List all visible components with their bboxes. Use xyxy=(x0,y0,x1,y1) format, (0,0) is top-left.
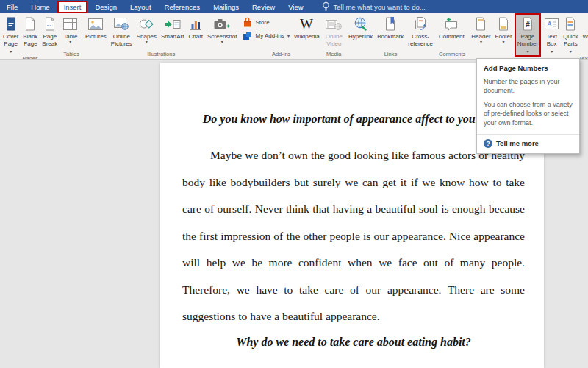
bookmark-button[interactable]: Bookmark xyxy=(375,13,406,51)
lightbulb-icon xyxy=(322,1,330,12)
pictures-button[interactable]: Pictures xyxy=(83,13,109,51)
shapes-button[interactable]: Shapes▾ xyxy=(135,13,159,51)
ribbon-group-links: Hyperlink Bookmark Cross-reference Links xyxy=(345,13,436,59)
store-icon xyxy=(243,17,252,27)
tab-layout[interactable]: Layout xyxy=(123,1,158,13)
ribbon-tab-bar: File Home Insert Design Layout Reference… xyxy=(0,0,588,13)
footer-button[interactable]: Footer▾ xyxy=(493,13,514,57)
dropdown-arrow-icon: ▾ xyxy=(570,49,572,54)
pictures-icon xyxy=(88,15,103,32)
comment-icon xyxy=(444,15,459,32)
tell-me-more-link[interactable]: ? Tell me more xyxy=(477,135,579,153)
dropdown-arrow-icon: ▾ xyxy=(471,40,490,43)
tab-view[interactable]: View xyxy=(282,1,309,13)
hyperlink-icon xyxy=(354,15,368,32)
svg-text:A: A xyxy=(547,20,553,28)
tooltip-body-1: Number the pages in your document. xyxy=(484,77,573,95)
table-button[interactable]: Table▾ xyxy=(61,13,79,51)
dropdown-arrow-icon: ▾ xyxy=(137,40,157,43)
page-number-button[interactable]: # Page Number ▾ xyxy=(514,13,541,57)
page-break-icon xyxy=(44,15,56,32)
cross-reference-button[interactable]: Cross-reference xyxy=(406,13,435,51)
blank-page-icon xyxy=(24,15,36,32)
svg-text:#: # xyxy=(526,21,530,29)
tab-design[interactable]: Design xyxy=(88,1,123,13)
tooltip-title: Add Page Numbers xyxy=(484,64,573,72)
tab-references[interactable]: References xyxy=(158,1,207,13)
dropdown-arrow-icon: ▾ xyxy=(207,40,237,43)
text-box-icon: A xyxy=(545,15,559,32)
header-icon xyxy=(475,15,487,32)
page-break-button[interactable]: Page Break xyxy=(40,13,60,55)
tab-review[interactable]: Review xyxy=(245,1,282,13)
smartart-icon xyxy=(165,15,181,32)
wikipedia-icon: W xyxy=(298,15,315,32)
online-video-icon xyxy=(326,15,342,32)
my-addins-icon xyxy=(243,31,252,40)
hyperlink-button[interactable]: Hyperlink xyxy=(346,13,375,51)
tab-file[interactable]: File xyxy=(0,1,24,13)
store-button[interactable]: Store xyxy=(243,17,290,27)
my-addins-button[interactable]: My Add-ins ▾ xyxy=(243,31,290,40)
cover-page-icon xyxy=(5,15,17,32)
tell-me-box[interactable]: Tell me what you want to do... xyxy=(322,1,426,12)
dropdown-arrow-icon: ▾ xyxy=(287,33,290,38)
dropdown-arrow-icon: ▾ xyxy=(526,49,528,54)
wikipedia-button[interactable]: W Wikipedia xyxy=(292,13,322,51)
tab-mailings[interactable]: Mailings xyxy=(207,1,245,13)
smartart-button[interactable]: SmartArt xyxy=(159,13,187,51)
ribbon-group-pages: Cover Page ▾ Blank Page Page Break Pages xyxy=(0,13,60,59)
group-label-addins: Add-ins xyxy=(240,51,321,59)
dropdown-arrow-icon: ▾ xyxy=(10,49,12,54)
svg-text:W: W xyxy=(300,17,313,31)
online-pictures-icon xyxy=(114,15,129,32)
bookmark-icon xyxy=(384,15,396,32)
cover-page-button[interactable]: Cover Page ▾ xyxy=(1,13,21,55)
online-video-button[interactable]: Online Video xyxy=(323,13,345,51)
document-heading-1: Do you know how important of appearance … xyxy=(182,112,525,126)
tooltip-body-2: You can choose from a variety of pre-def… xyxy=(484,100,573,127)
document-paragraph: Maybe we don’t own the good looking like… xyxy=(182,142,525,330)
ribbon-group-text: A Text Box ▾ Quick Parts ▾ A WordArt▾ xyxy=(542,13,588,59)
ribbon-group-media: Online Video Media xyxy=(323,13,345,59)
chart-button[interactable]: Chart xyxy=(186,13,205,51)
group-label-pages: Pages xyxy=(1,55,60,60)
page-number-icon: # xyxy=(522,15,534,32)
page-number-tooltip: Add Page Numbers Number the pages in you… xyxy=(476,58,580,154)
group-label-links: Links xyxy=(346,51,435,59)
dropdown-arrow-icon: ▾ xyxy=(63,40,77,43)
dropdown-arrow-icon: ▾ xyxy=(583,40,588,43)
quick-parts-icon xyxy=(564,15,576,32)
group-label-tables: Tables xyxy=(61,51,82,59)
blank-page-button[interactable]: Blank Page xyxy=(21,13,40,55)
tab-insert[interactable]: Insert xyxy=(57,1,88,13)
header-button[interactable]: Header▾ xyxy=(469,13,492,57)
dropdown-arrow-icon: ▾ xyxy=(495,40,512,43)
screenshot-icon xyxy=(214,15,230,32)
ribbon-group-illustrations: Pictures Online Pictures Shapes▾ xyxy=(82,13,240,59)
cross-reference-icon xyxy=(414,15,427,32)
ribbon-group-header-footer: Header▾ Footer▾ # Page Number ▾ Header &… xyxy=(468,13,542,59)
dropdown-arrow-icon: ▾ xyxy=(551,49,553,54)
ribbon-group-tables: Table▾ Tables xyxy=(60,13,82,59)
footer-icon xyxy=(498,15,509,32)
text-box-button[interactable]: A Text Box ▾ xyxy=(542,13,561,55)
table-icon xyxy=(63,15,77,32)
ribbon: Cover Page ▾ Blank Page Page Break Pages xyxy=(0,13,588,60)
document-heading-2: Why do we need to take care about eating… xyxy=(182,335,525,349)
tab-home[interactable]: Home xyxy=(24,1,56,13)
word-window: File Home Insert Design Layout Reference… xyxy=(0,0,588,368)
group-label-media: Media xyxy=(323,51,345,59)
online-pictures-button[interactable]: Online Pictures xyxy=(109,13,135,51)
wordart-button[interactable]: A WordArt▾ xyxy=(581,13,588,55)
ribbon-group-addins: Store My Add-ins ▾ W Wikipedia Add-ins xyxy=(240,13,322,59)
comment-button[interactable]: Comment xyxy=(437,13,467,51)
ribbon-group-comments: Comment Comments xyxy=(436,13,468,59)
quick-parts-button[interactable]: Quick Parts ▾ xyxy=(561,13,580,55)
chart-icon xyxy=(190,15,201,32)
group-label-illustrations: Illustrations xyxy=(83,51,240,59)
screenshot-button[interactable]: Screenshot▾ xyxy=(205,13,239,51)
group-label-comments: Comments xyxy=(437,51,467,59)
shapes-icon xyxy=(139,15,154,32)
help-icon: ? xyxy=(484,139,492,148)
